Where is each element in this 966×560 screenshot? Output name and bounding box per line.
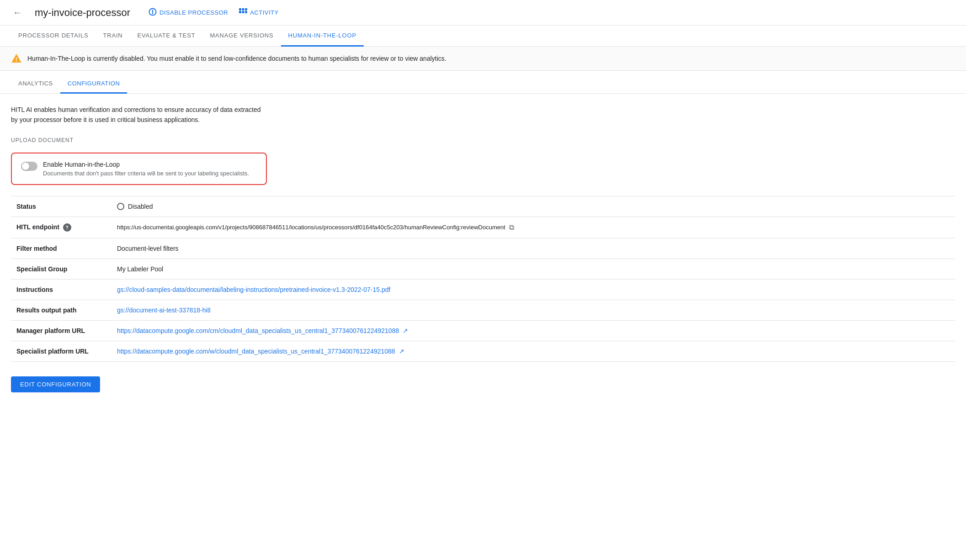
table-value: https://datacompute.google.com/w/cloudml… [111,341,955,361]
status-text: Disabled [128,203,153,210]
activity-icon [239,8,247,17]
manager-platform-link[interactable]: https://datacompute.google.com/cm/cloudm… [117,327,408,334]
svg-rect-6 [242,11,244,13]
table-row: HITL endpoint ? https://us-documentai.go… [11,217,955,238]
table-key: Filter method [11,238,111,259]
external-link-icon: ↗ [403,327,408,334]
table-value: https://datacompute.google.com/cm/cloudm… [111,320,955,341]
back-button[interactable]: ← [11,5,24,20]
tab-train[interactable]: TRAIN [96,26,130,47]
specialist-platform-link[interactable]: https://datacompute.google.com/w/cloudml… [117,348,404,355]
table-key: HITL endpoint ? [11,217,111,238]
table-value: My Labeler Pool [111,259,955,279]
svg-rect-7 [245,11,247,13]
activity-label: ACTIVITY [250,9,279,16]
toggle-title: Enable Human-in-the-Loop [43,161,249,168]
table-value: gs://cloud-samples-data/documentai/label… [111,279,955,300]
tab-processor-details[interactable]: PROCESSOR DETAILS [11,26,96,47]
description-line1: HITL AI enables human verification and c… [11,106,261,113]
table-value: https://us-documentai.googleapis.com/v1/… [111,217,955,238]
description: HITL AI enables human verification and c… [11,105,955,125]
header-actions: DISABLE PROCESSOR ACTIVITY [149,8,279,17]
svg-rect-2 [239,8,241,11]
toggle-subtitle: Documents that don't pass filter criteri… [43,170,249,177]
disable-icon [149,8,157,17]
table-value: Document-level filters [111,238,955,259]
back-icon: ← [13,7,22,18]
upload-label: UPLOAD DOCUMENT [11,137,74,143]
table-row: Results output path gs://document-ai-tes… [11,300,955,320]
status-dot [117,203,124,210]
help-icon[interactable]: ? [63,223,71,232]
table-key: Manager platform URL [11,320,111,341]
sub-tab-analytics[interactable]: ANALYTICS [11,74,60,94]
table-row: Manager platform URL https://datacompute… [11,320,955,341]
table-value: gs://document-ai-test-337818-hitl [111,300,955,320]
activity-button[interactable]: ACTIVITY [239,8,279,17]
table-key: Specialist platform URL [11,341,111,361]
disable-processor-label: DISABLE PROCESSOR [159,9,228,16]
svg-rect-4 [245,8,247,11]
warning-icon [11,53,22,64]
main-content: HITL AI enables human verification and c… [0,94,966,403]
tab-manage-versions[interactable]: MANAGE VERSIONS [202,26,281,47]
enable-hitl-toggle[interactable] [21,162,37,171]
table-row: Specialist Group My Labeler Pool [11,259,955,279]
description-line2: by your processor before it is used in c… [11,116,200,123]
toggle-card: Enable Human-in-the-Loop Documents that … [11,153,267,185]
table-key: Status [11,196,111,217]
table-key: Instructions [11,279,111,300]
endpoint-text: https://us-documentai.googleapis.com/v1/… [117,224,505,231]
sub-tabs: ANALYTICS CONFIGURATION [0,74,966,94]
table-row: Instructions gs://cloud-samples-data/doc… [11,279,955,300]
tab-evaluate-test[interactable]: EVALUATE & TEST [130,26,203,47]
sub-tab-configuration[interactable]: CONFIGURATION [60,74,127,94]
edit-configuration-button[interactable]: EDIT CONFIGURATION [11,376,100,392]
copy-icon[interactable]: ⧉ [509,223,514,232]
top-header: ← my-invoice-processor DISABLE PROCESSOR [0,0,966,26]
toggle-text: Enable Human-in-the-Loop Documents that … [43,161,249,177]
table-row: Status Disabled [11,196,955,217]
warning-text: Human-In-The-Loop is currently disabled.… [27,55,446,62]
page-title: my-invoice-processor [35,7,130,19]
disable-processor-button[interactable]: DISABLE PROCESSOR [149,8,228,17]
nav-tabs: PROCESSOR DETAILS TRAIN EVALUATE & TEST … [0,26,966,47]
table-row: Specialist platform URL https://datacomp… [11,341,955,361]
results-output-link[interactable]: gs://document-ai-test-337818-hitl [117,306,211,314]
table-value: Disabled [111,196,955,217]
table-key: Results output path [11,300,111,320]
svg-rect-3 [242,8,244,11]
warning-banner: Human-In-The-Loop is currently disabled.… [0,47,966,71]
table-key: Specialist Group [11,259,111,279]
svg-rect-5 [239,11,241,13]
external-link-icon: ↗ [399,348,404,355]
info-table: Status Disabled HITL endpoint ? https://… [11,196,955,362]
instructions-link[interactable]: gs://cloud-samples-data/documentai/label… [117,286,390,293]
upload-section: UPLOAD DOCUMENT [11,136,955,143]
table-row: Filter method Document-level filters [11,238,955,259]
toggle-slider [21,162,37,171]
tab-human-in-the-loop[interactable]: HUMAN-IN-THE-LOOP [281,26,364,47]
